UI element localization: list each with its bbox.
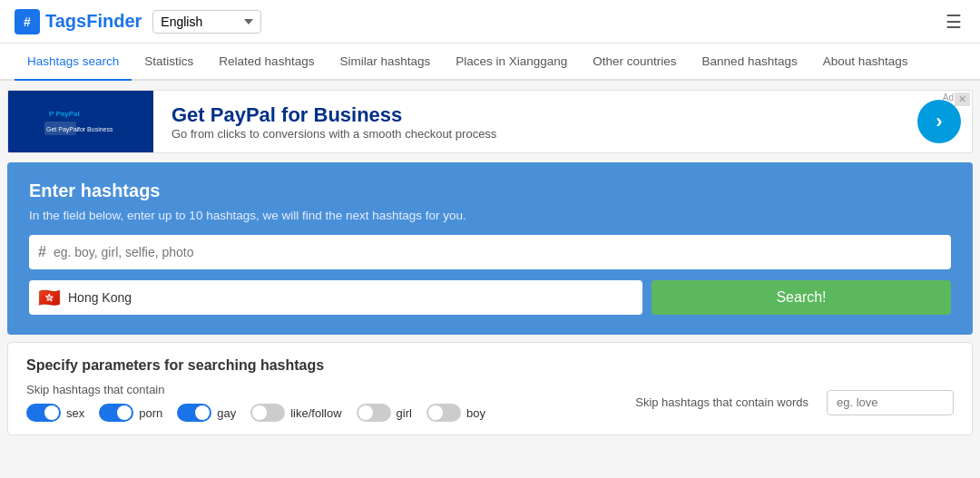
toggle-label-girl: girl — [397, 406, 412, 420]
toggle-item-girl: girl — [357, 404, 412, 422]
svg-text:for Business: for Business — [78, 126, 113, 132]
paypal-logo-svg: P PayPal Get PayPal for Business — [40, 103, 122, 140]
toggle-likefollow-knob — [252, 405, 267, 420]
toggle-label-porn: porn — [139, 406, 162, 420]
toggle-item-sex: sex — [26, 404, 84, 422]
flag-icon: 🇭🇰 — [38, 287, 61, 308]
search-section: Enter hashtags In the field below, enter… — [7, 162, 973, 335]
ad-content: Get PayPal for Business Go from clicks t… — [153, 103, 917, 141]
toggle-girl[interactable] — [357, 404, 391, 422]
nav-item-hashtags-search[interactable]: Hashtags search — [15, 44, 132, 81]
toggle-porn[interactable] — [99, 404, 133, 422]
ad-left-panel: P PayPal Get PayPal for Business — [8, 91, 153, 152]
nav-item-about-hashtags[interactable]: About hashtags — [810, 44, 921, 79]
toggle-label-boy: boy — [466, 406, 485, 420]
toggle-gay-knob — [195, 405, 210, 420]
toggle-boy[interactable] — [426, 404, 461, 422]
search-button[interactable]: Search! — [652, 280, 951, 315]
ad-paypal-logo-area: P PayPal Get PayPal for Business — [33, 96, 129, 147]
language-select[interactable]: English — [152, 10, 261, 34]
params-right: Skip hashtags that contain words — [635, 390, 954, 415]
nav-item-statistics[interactable]: Statistics — [132, 44, 206, 79]
logo-icon: # — [15, 9, 40, 34]
hashtag-input[interactable] — [54, 245, 942, 259]
nav-item-related-hashtags[interactable]: Related hashtags — [206, 44, 327, 79]
navigation: Hashtags search Statistics Related hasht… — [0, 44, 980, 81]
search-title: Enter hashtags — [29, 180, 951, 201]
skip-label: Skip hashtags that contain — [26, 383, 165, 396]
params-section: Specify parameters for searching hashtag… — [7, 342, 973, 435]
svg-text:P PayPal: P PayPal — [49, 110, 80, 118]
toggle-likefollow[interactable] — [250, 404, 285, 422]
toggle-label-sex: sex — [66, 406, 84, 420]
header: # TagsFinder English ☰ — [0, 0, 980, 44]
toggle-item-gay: gay — [177, 404, 236, 422]
ad-label: Ad — [943, 93, 954, 102]
ad-banner: P PayPal Get PayPal for Business Get Pay… — [7, 90, 973, 153]
hashtag-input-row: # — [29, 235, 951, 269]
toggle-group: sex porn gay — [26, 404, 485, 422]
toggle-sex[interactable] — [26, 404, 61, 422]
toggle-sex-knob — [44, 405, 59, 420]
ad-title: Get PayPal for Business — [172, 103, 899, 127]
nav-item-similar-hashtags[interactable]: Similar hashtags — [327, 44, 443, 79]
skip-words-input[interactable] — [827, 390, 954, 415]
header-left: # TagsFinder English — [15, 9, 261, 34]
toggle-boy-knob — [428, 405, 443, 420]
nav-item-other-countries[interactable]: Other countries — [580, 44, 689, 79]
hamburger-button[interactable]: ☰ — [942, 7, 965, 36]
toggle-gay[interactable] — [177, 404, 211, 422]
location-input-wrapper: 🇭🇰 — [29, 280, 642, 315]
svg-text:Get PayPal: Get PayPal — [46, 126, 79, 133]
location-row: 🇭🇰 Search! — [29, 280, 951, 315]
ad-cta-button[interactable]: › — [917, 100, 961, 143]
search-description: In the field below, enter up to 10 hasht… — [29, 209, 951, 222]
location-input[interactable] — [68, 290, 633, 305]
toggle-item-likefollow: like/follow — [250, 404, 341, 422]
logo[interactable]: # TagsFinder — [15, 9, 142, 34]
ad-close-button[interactable]: ✕ — [955, 93, 970, 106]
toggle-label-likefollow: like/follow — [290, 406, 341, 420]
toggle-label-gay: gay — [217, 406, 236, 420]
params-title: Specify parameters for searching hashtag… — [26, 357, 954, 374]
nav-item-places[interactable]: Places in Xianggang — [443, 44, 580, 79]
toggle-girl-knob — [358, 405, 373, 420]
toggle-porn-knob — [117, 405, 132, 420]
skip-words-label: Skip hashtags that contain words — [635, 395, 808, 409]
ad-subtitle: Go from clicks to conversions with a smo… — [172, 127, 899, 141]
ad-arrow-icon: › — [936, 110, 942, 133]
logo-text: TagsFinder — [45, 11, 142, 32]
hash-symbol: # — [38, 244, 46, 260]
toggle-item-porn: porn — [99, 404, 162, 422]
nav-item-banned-hashtags[interactable]: Banned hashtags — [690, 44, 810, 79]
toggle-item-boy: boy — [426, 404, 485, 422]
